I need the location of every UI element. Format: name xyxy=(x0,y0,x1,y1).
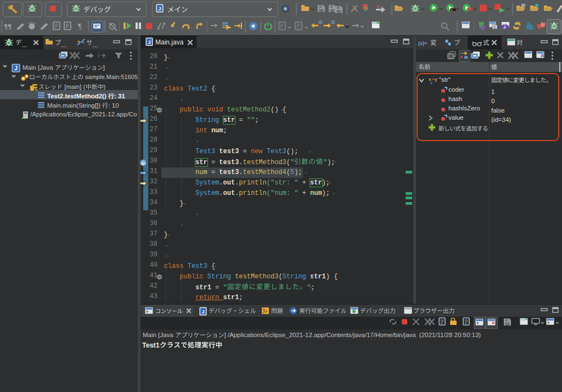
svg-text:C: C xyxy=(493,25,496,29)
svg-text:J: J xyxy=(201,309,204,315)
svg-text:i: i xyxy=(98,52,99,59)
svg-text:J: J xyxy=(14,65,18,71)
svg-text:¶: ¶ xyxy=(78,22,82,30)
svg-text:P: P xyxy=(364,7,368,13)
svg-text:P: P xyxy=(376,4,380,10)
svg-text:J: J xyxy=(503,25,505,30)
svg-text:J: J xyxy=(158,6,161,12)
svg-text:(x)=: (x)= xyxy=(418,41,427,46)
svg-text:J: J xyxy=(148,40,150,45)
svg-text:¶¶: ¶¶ xyxy=(4,22,12,30)
